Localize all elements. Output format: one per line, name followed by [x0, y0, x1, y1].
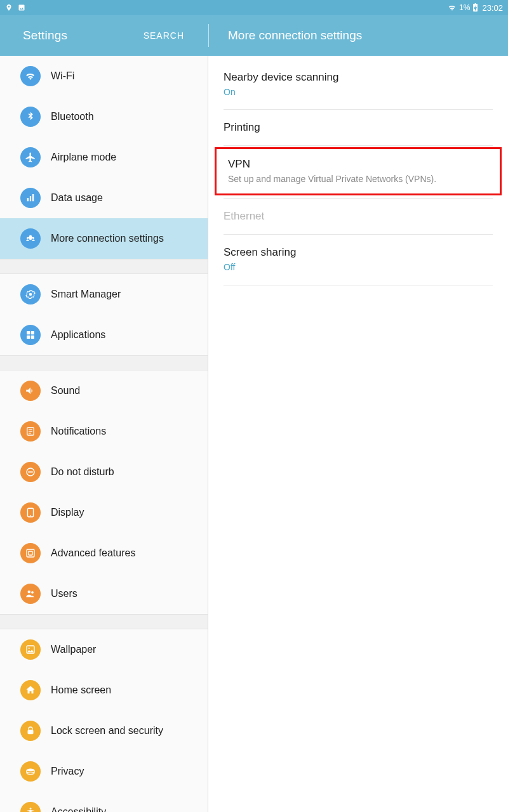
svg-point-5	[29, 293, 32, 296]
svg-rect-0	[27, 198, 29, 201]
sidebar-item-notif[interactable]: Notifications	[0, 411, 208, 452]
svg-rect-2	[32, 194, 34, 201]
svg-point-23	[29, 648, 30, 649]
svg-rect-18	[27, 549, 34, 557]
users-icon	[20, 584, 41, 604]
settings-sidebar[interactable]: Wi-FiBluetoothAirplane modeData usageMor…	[0, 56, 208, 812]
sidebar-item-label: Bluetooth	[51, 111, 94, 122]
location-icon	[5, 4, 13, 11]
sidebar-item-lock[interactable]: Lock screen and security	[0, 710, 208, 751]
battery-charging-icon	[472, 3, 478, 12]
highlight-vpn[interactable]: VPNSet up and manage Virtual Private Net…	[215, 147, 502, 195]
sidebar-item-label: Sound	[51, 385, 80, 396]
sidebar-item-privacy[interactable]: Privacy	[0, 751, 208, 792]
a11y-icon	[20, 802, 41, 812]
svg-point-3	[27, 237, 29, 239]
setting-sub: Set up and manage Virtual Private Networ…	[228, 173, 488, 185]
apps-icon	[20, 325, 41, 345]
sidebar-item-a11y[interactable]: Accessibility	[0, 792, 208, 812]
dnd-icon	[20, 462, 41, 482]
sidebar-item-label: Home screen	[51, 684, 111, 696]
header: Settings SEARCH More connection settings	[0, 15, 508, 56]
svg-rect-6	[27, 331, 30, 334]
svg-point-4	[32, 237, 34, 239]
setting-title: Nearby device scanning	[224, 71, 493, 84]
sidebar-item-label: Accessibility	[51, 806, 106, 812]
setting-nearby[interactable]: Nearby device scanningOn	[224, 60, 493, 110]
page-title: Settings	[23, 29, 67, 43]
setting-ethernet: Ethernet	[224, 199, 493, 235]
svg-point-25	[27, 769, 34, 772]
detail-title: More connection settings	[228, 29, 362, 42]
sidebar-item-label: Wi-Fi	[51, 70, 74, 82]
sidebar-item-label: Applications	[51, 329, 105, 341]
svg-point-20	[28, 591, 31, 594]
sidebar-item-label: Advanced features	[51, 547, 135, 559]
svg-rect-8	[27, 336, 30, 339]
sidebar-item-label: Smart Manager	[51, 289, 121, 300]
sidebar-item-data[interactable]: Data usage	[0, 178, 208, 218]
bluetooth-icon	[20, 107, 41, 127]
sidebar-group-divider	[0, 259, 208, 274]
sidebar-item-label: Airplane mode	[51, 152, 116, 163]
data-icon	[20, 188, 41, 208]
svg-point-17	[30, 515, 31, 516]
sidebar-item-sound[interactable]: Sound	[0, 370, 208, 411]
moreconn-icon	[20, 228, 41, 249]
wifi-icon	[448, 3, 457, 12]
setting-screensharing[interactable]: Screen sharingOff	[224, 235, 493, 285]
svg-point-26	[30, 808, 32, 809]
sidebar-item-label: Do not disturb	[51, 466, 114, 478]
sidebar-item-home[interactable]: Home screen	[0, 670, 208, 710]
sidebar-item-advfeat[interactable]: Advanced features	[0, 533, 208, 573]
picture-icon	[18, 4, 25, 11]
display-icon	[20, 502, 41, 523]
sidebar-item-apps[interactable]: Applications	[0, 315, 208, 355]
setting-sub: Off	[224, 261, 493, 273]
privacy-icon	[20, 761, 41, 782]
status-bar: 1% 23:02	[0, 0, 508, 15]
sound-icon	[20, 381, 41, 401]
svg-rect-9	[31, 336, 34, 339]
sidebar-item-label: Notifications	[51, 426, 106, 437]
airplane-icon	[20, 147, 41, 167]
sidebar-item-dnd[interactable]: Do not disturb	[0, 452, 208, 492]
sidebar-group-divider	[0, 614, 208, 629]
setting-title: Printing	[224, 121, 493, 134]
setting-printing[interactable]: Printing	[224, 110, 493, 146]
setting-title: Screen sharing	[224, 246, 493, 259]
clock-time: 23:02	[482, 3, 503, 13]
sidebar-item-label: Display	[51, 507, 84, 518]
sidebar-item-moreconn[interactable]: More connection settings	[0, 218, 208, 259]
sidebar-item-label: Lock screen and security	[51, 725, 163, 737]
svg-rect-24	[28, 730, 34, 735]
sidebar-item-wifi[interactable]: Wi-Fi	[0, 56, 208, 96]
sidebar-item-display[interactable]: Display	[0, 492, 208, 533]
smartmgr-icon	[20, 284, 41, 304]
svg-rect-19	[29, 551, 32, 555]
sidebar-item-smartmgr[interactable]: Smart Manager	[0, 274, 208, 315]
sidebar-item-label: Data usage	[51, 192, 103, 204]
setting-sub: On	[224, 86, 493, 98]
notif-icon	[20, 421, 41, 442]
sidebar-item-users[interactable]: Users	[0, 573, 208, 614]
sidebar-item-label: Privacy	[51, 766, 84, 777]
sidebar-item-airplane[interactable]: Airplane mode	[0, 137, 208, 178]
wallpaper-icon	[20, 639, 41, 660]
sidebar-group-divider	[0, 355, 208, 370]
setting-title: Ethernet	[224, 210, 493, 223]
wifi-icon	[20, 66, 41, 86]
battery-percent: 1%	[459, 3, 470, 12]
detail-panel: Nearby device scanningOnPrintingVPNSet u…	[208, 56, 508, 812]
search-button[interactable]: SEARCH	[144, 30, 196, 41]
sidebar-item-bluetooth[interactable]: Bluetooth	[0, 96, 208, 137]
sidebar-item-wallpaper[interactable]: Wallpaper	[0, 629, 208, 670]
lock-icon	[20, 721, 41, 741]
svg-rect-7	[31, 331, 34, 334]
advfeat-icon	[20, 543, 41, 563]
sidebar-item-label: Users	[51, 588, 77, 599]
home-icon	[20, 680, 41, 700]
svg-rect-1	[30, 196, 31, 201]
svg-point-21	[31, 591, 34, 594]
sidebar-item-label: Wallpaper	[51, 644, 96, 655]
